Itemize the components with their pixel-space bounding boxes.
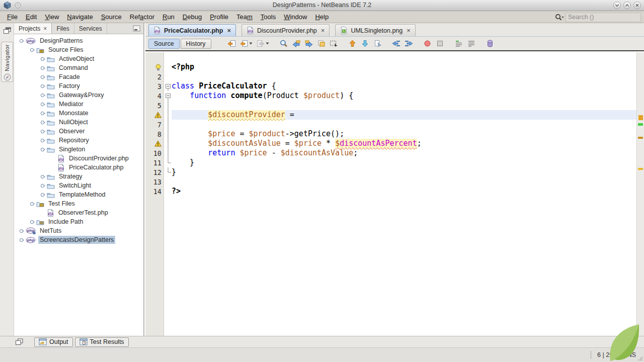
sidebar-tab-navigator[interactable]: Navigator (1, 42, 13, 82)
menu-window[interactable]: Window (280, 12, 311, 22)
minimize-button[interactable] (613, 2, 621, 9)
last-edit-location-icon[interactable] (226, 38, 237, 49)
panel-tab-services[interactable]: Services (74, 23, 107, 34)
fold-mark[interactable] (164, 91, 172, 101)
forward-icon[interactable] (256, 38, 271, 49)
search-input[interactable] (566, 13, 641, 22)
tree-expand-handle[interactable] (39, 93, 45, 98)
close-button[interactable] (633, 2, 641, 9)
record-macro-icon[interactable] (422, 38, 433, 49)
menu-view[interactable]: View (41, 12, 63, 22)
stripe-warning-mark[interactable] (638, 168, 643, 170)
comment-lines-icon[interactable] (453, 38, 464, 49)
find-selection-icon[interactable] (278, 38, 289, 49)
toggle-rectangular-selection-icon[interactable] (329, 38, 340, 49)
menu-help[interactable]: Help (311, 12, 333, 22)
tree-item-gateway-proxy[interactable]: Gateway&Proxy (14, 90, 143, 100)
tree-expand-handle[interactable] (39, 147, 45, 152)
tree-item-strategy[interactable]: Strategy (14, 172, 143, 181)
tree-expand-handle[interactable] (39, 183, 45, 189)
tree-item-test-files[interactable]: Test Files (14, 199, 143, 208)
search-icon[interactable] (555, 14, 564, 21)
hint-bulb-icon[interactable] (145, 62, 164, 72)
code-editor[interactable]: <?php2 3class PriceCalculator {4 functio… (145, 52, 644, 336)
menu-team[interactable]: Team (232, 12, 257, 22)
menu-profile[interactable]: Profile (206, 12, 232, 22)
source-view-button[interactable]: Source (148, 39, 180, 49)
close-icon[interactable]: × (227, 27, 231, 34)
close-icon[interactable]: × (321, 27, 325, 34)
tree-item-nullobject[interactable]: NullObject (14, 118, 143, 127)
tree-item-command[interactable]: Command (14, 63, 143, 72)
history-view-button[interactable]: History (181, 39, 211, 49)
menu-navigate[interactable]: Navigate (63, 12, 97, 22)
find-previous-occurrence-icon[interactable] (291, 38, 302, 49)
tree-expand-handle[interactable] (39, 138, 45, 143)
stripe-warning-mark[interactable] (638, 137, 643, 139)
menu-tools[interactable]: Tools (257, 12, 280, 22)
error-stripe[interactable] (636, 52, 644, 336)
doc-tab-discountprovider-php[interactable]: phpDiscountProvider.php× (242, 24, 330, 36)
tree-item-screencastsdesignpatters[interactable]: phpScreencastsDesignPatters (14, 235, 143, 244)
menu-file[interactable]: File (3, 12, 22, 22)
close-icon[interactable]: × (407, 27, 411, 34)
tree-expand-handle[interactable] (18, 228, 24, 234)
tree-expand-handle[interactable] (39, 102, 45, 107)
dock-windows-icon[interactable] (4, 27, 11, 34)
tree-item-source-files[interactable]: Source Files (14, 45, 143, 54)
menu-run[interactable]: Run (158, 12, 179, 22)
tree-item-observer[interactable]: Observer (14, 127, 143, 136)
tree-expand-handle[interactable] (29, 201, 35, 207)
warning-icon[interactable] (145, 110, 164, 120)
tree-expand-handle[interactable] (39, 111, 45, 116)
find-next-occurrence-icon[interactable] (303, 38, 314, 49)
tree-expand-handle[interactable] (39, 192, 45, 198)
close-icon[interactable]: × (43, 25, 47, 32)
tree-expand-handle[interactable] (18, 237, 24, 243)
tree-expand-handle[interactable] (39, 83, 45, 89)
fold-mark[interactable] (164, 81, 172, 91)
tree-item-mediator[interactable]: Mediator (14, 100, 143, 109)
tree-item-nettuts[interactable]: phpNetTuts (14, 226, 143, 235)
output-button[interactable]: Output (34, 337, 73, 347)
minimize-panel-icon[interactable] (130, 23, 143, 34)
tree-expand-handle[interactable] (39, 129, 45, 134)
menu-edit[interactable]: Edit (22, 12, 41, 22)
insert-code-icon[interactable] (485, 38, 496, 49)
shift-line-right-icon[interactable] (404, 38, 415, 49)
panel-tab-files[interactable]: Files (52, 23, 74, 34)
uncomment-lines-icon[interactable] (466, 38, 477, 49)
test-results-button[interactable]: Test Results (75, 337, 129, 347)
tree-item-discountprovider-php[interactable]: phpDiscountProvider.php (14, 154, 143, 163)
tree-item-monostate[interactable]: Monostate (14, 109, 143, 118)
panel-tab-projects[interactable]: Projects× (14, 23, 52, 34)
tree-item-observertest-php[interactable]: phpObserverTest.php (14, 208, 143, 217)
menu-source[interactable]: Source (97, 12, 126, 22)
tree-expand-handle[interactable] (39, 56, 45, 62)
dock-windows-icon[interactable] (16, 338, 23, 345)
tree-expand-handle[interactable] (18, 38, 24, 44)
tree-expand-handle[interactable] (39, 65, 45, 71)
tree-item-pricecalculator-php[interactable]: phpPriceCalculator.php (14, 163, 143, 172)
toggle-highlight-search-icon[interactable] (316, 38, 327, 49)
toggle-bookmark-icon[interactable] (372, 38, 383, 49)
next-bookmark-icon[interactable] (360, 38, 371, 49)
tree-expand-handle[interactable] (29, 219, 35, 225)
tree-item-designpatterns[interactable]: phpDesignPatterns (14, 36, 143, 45)
doc-tab-umlsingleton-png[interactable]: UMLSingleton.png× (335, 24, 415, 36)
tree-item-include-path[interactable]: Include Path (14, 217, 143, 226)
menu-debug[interactable]: Debug (179, 12, 206, 22)
maximize-button[interactable] (623, 2, 631, 9)
back-icon[interactable] (239, 38, 254, 49)
tree-item-facade[interactable]: Facade (14, 72, 143, 81)
tree-item-activeobject[interactable]: ActiveObject (14, 54, 143, 63)
shift-line-left-icon[interactable] (391, 38, 402, 49)
tree-expand-handle[interactable] (29, 47, 35, 53)
tree-item-factory[interactable]: Factory (14, 81, 143, 90)
tree-item-templatemethod[interactable]: TemplateMethod (14, 190, 143, 199)
tree-expand-handle[interactable] (39, 74, 45, 80)
warning-icon[interactable] (145, 139, 164, 148)
tree-item-switchlight[interactable]: SwitchLight (14, 181, 143, 190)
tree-expand-handle[interactable] (39, 120, 45, 125)
resize-grip[interactable] (638, 356, 643, 361)
